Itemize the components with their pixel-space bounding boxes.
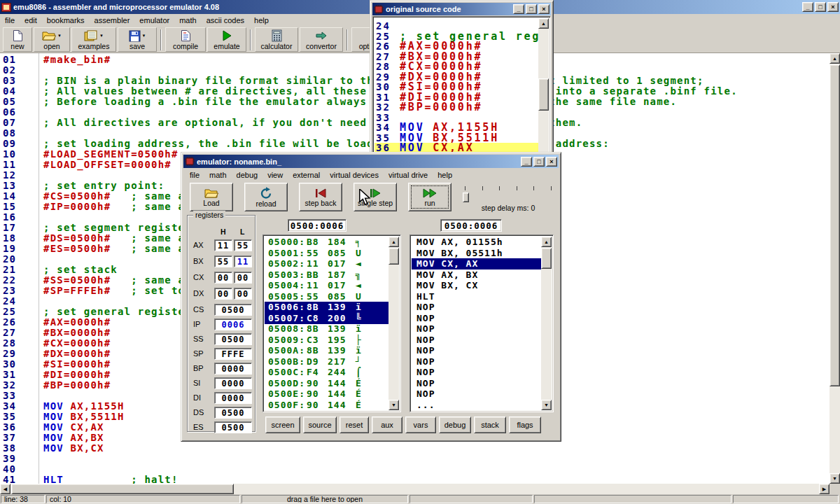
disassembly-row[interactable]: NOP <box>412 378 541 389</box>
vertical-scroll-thumb[interactable] <box>541 248 552 269</box>
scroll-right-icon[interactable]: ▶ <box>819 484 830 494</box>
menu-emulator[interactable]: emulator <box>134 15 174 26</box>
register-bx-low-field[interactable]: 11 <box>234 255 252 267</box>
close-button[interactable]: × <box>827 2 839 12</box>
disassembly-view[interactable]: MOV AX, 01155hMOV BX, 05511hMOV CX, AXMO… <box>410 234 554 412</box>
emulator-step-back-button[interactable]: step back <box>299 183 342 211</box>
emulator-menu-external[interactable]: external <box>288 169 325 181</box>
disassembly-row[interactable]: NOP <box>412 367 541 378</box>
scroll-down-icon[interactable]: ▼ <box>830 473 840 484</box>
disassembly-row[interactable]: MOV AX, BX <box>412 270 541 281</box>
register-ax-low-field[interactable]: 55 <box>234 239 252 251</box>
emulator-source-button[interactable]: source <box>303 416 337 433</box>
memory-row[interactable]: 05003:BB187╗ <box>265 270 388 281</box>
memory-row[interactable]: 0500D:90144É <box>265 378 388 389</box>
memory-row[interactable]: 05001:55085U <box>265 248 388 259</box>
memory-row[interactable]: 05002:11017◄ <box>265 258 388 270</box>
register-di-field[interactable]: 0000 <box>214 392 252 404</box>
register-es-field[interactable]: 0500 <box>214 421 252 433</box>
toolbar-calculator-button[interactable]: calculator <box>255 27 298 52</box>
memory-view[interactable]: 05000:B8184╕05001:55085U05002:11017◄0500… <box>262 234 401 412</box>
menu-edit[interactable]: edit <box>20 15 42 26</box>
close-button[interactable]: × <box>538 4 550 14</box>
memory-row[interactable]: 0500B:D9217┘ <box>265 356 388 368</box>
disassembly-address-field[interactable]: 0500:0006 <box>440 219 502 232</box>
disassembly-row[interactable]: NOP <box>412 323 541 335</box>
menu-ascii-codes[interactable]: ascii codes <box>202 15 249 26</box>
source-code-view[interactable]: 2425; set general registers:26#AX=0000h#… <box>372 16 551 170</box>
register-sp-field[interactable]: FFFE <box>214 348 252 360</box>
disassembly-scrollbar[interactable]: ▲ ▼ <box>541 237 552 410</box>
register-dx-high-field[interactable]: 00 <box>214 288 232 300</box>
disassembly-row[interactable]: HLT <box>412 291 541 302</box>
disassembly-row[interactable]: NOP <box>412 388 541 400</box>
disassembly-row[interactable]: NOP <box>412 313 541 324</box>
register-dx-low-field[interactable]: 00 <box>234 288 252 300</box>
memory-row[interactable]: 0500E:90144É <box>265 388 388 400</box>
scroll-left-icon[interactable]: ◀ <box>0 484 10 494</box>
dropdown-arrow-icon[interactable]: ▼ <box>57 34 62 38</box>
toolbar-compile-button[interactable]: compile <box>165 27 206 52</box>
maximize-button[interactable]: □ <box>526 4 537 14</box>
register-ss-field[interactable]: 0500 <box>214 333 252 345</box>
memory-row[interactable]: 05007:C8200╚ <box>265 313 388 324</box>
emulator-menu-help[interactable]: help <box>433 169 457 181</box>
toolbar-save-button[interactable]: ▼save <box>118 27 157 52</box>
emulator-menu-view[interactable]: view <box>262 169 288 181</box>
memory-address-field[interactable]: 0500:0006 <box>288 219 346 232</box>
disassembly-row[interactable]: NOP <box>412 335 541 346</box>
source-vertical-scrollbar[interactable]: ▲ ▼ <box>538 18 549 169</box>
register-bx-high-field[interactable]: 55 <box>214 255 232 267</box>
emulator-menu-debug[interactable]: debug <box>232 169 263 181</box>
emulator-reload-button[interactable]: reload <box>244 183 288 211</box>
register-si-field[interactable]: 0000 <box>214 377 252 389</box>
memory-row[interactable]: 05008:8B139ï <box>265 323 388 335</box>
scroll-down-icon[interactable]: ▼ <box>388 400 399 410</box>
emulator-menu-virtual-drive[interactable]: virtual drive <box>384 169 433 181</box>
source-window-titlebar[interactable]: original source code _ □ × <box>372 3 551 15</box>
register-cx-low-field[interactable]: 00 <box>234 272 252 284</box>
scroll-down-icon[interactable]: ▼ <box>541 400 552 410</box>
register-ax-high-field[interactable]: 11 <box>214 239 232 251</box>
memory-row[interactable]: 05000:B8184╕ <box>265 237 388 248</box>
vertical-scroll-thumb[interactable] <box>388 248 399 265</box>
editor-vertical-scrollbar[interactable]: ▲ ▼ <box>830 53 840 484</box>
emulator-flags-button[interactable]: flags <box>509 416 541 433</box>
register-bp-field[interactable]: 0000 <box>214 363 252 374</box>
restore-button[interactable]: □ <box>815 2 826 12</box>
step-delay-slider[interactable]: step delay ms: 0 <box>461 183 556 214</box>
maximize-button[interactable]: □ <box>533 157 545 167</box>
memory-row[interactable]: 05009:C3195├ <box>265 335 388 346</box>
dropdown-arrow-icon[interactable]: ▼ <box>142 34 146 38</box>
disassembly-row[interactable]: NOP <box>412 345 541 356</box>
minimize-button[interactable]: _ <box>521 157 532 167</box>
toolbar-emulate-button[interactable]: emulate <box>207 27 246 52</box>
close-button[interactable]: × <box>546 157 557 167</box>
emulator-load-button[interactable]: Load <box>190 183 233 211</box>
horizontal-scroll-thumb[interactable] <box>11 484 234 494</box>
emulator-reset-button[interactable]: reset <box>340 416 369 433</box>
dropdown-arrow-icon[interactable]: ▼ <box>99 34 104 38</box>
memory-scrollbar[interactable]: ▲ ▼ <box>388 237 399 410</box>
register-cs-field[interactable]: 0500 <box>214 304 252 316</box>
emulator-stack-button[interactable]: stack <box>474 416 506 433</box>
disassembly-row[interactable]: NOP <box>412 356 541 368</box>
emulator-vars-button[interactable]: vars <box>405 416 436 433</box>
menu-math[interactable]: math <box>174 15 201 26</box>
memory-row[interactable]: 0500C:F4244⌠ <box>265 367 388 378</box>
memory-row[interactable]: 0500A:8B139ï <box>265 345 388 356</box>
register-ds-field[interactable]: 0500 <box>214 407 252 419</box>
menu-assembler[interactable]: assembler <box>90 15 135 26</box>
emulator-menu-math[interactable]: math <box>204 169 231 181</box>
minimize-button[interactable]: _ <box>513 4 524 14</box>
memory-row[interactable]: 05006:8B139ï <box>265 302 388 313</box>
emulator-debug-button[interactable]: debug <box>439 416 471 433</box>
toolbar-convertor-button[interactable]: convertor <box>300 27 343 52</box>
toolbar-examples-button[interactable]: ▼examples <box>71 27 116 52</box>
vertical-scroll-thumb[interactable] <box>830 64 840 386</box>
memory-row[interactable]: 0500F:90144É <box>265 400 388 411</box>
memory-row[interactable]: 05004:11017◄ <box>265 280 388 291</box>
scroll-up-icon[interactable]: ▲ <box>830 53 840 64</box>
slider-thumb[interactable] <box>463 192 469 202</box>
minimize-button[interactable]: _ <box>802 2 813 12</box>
